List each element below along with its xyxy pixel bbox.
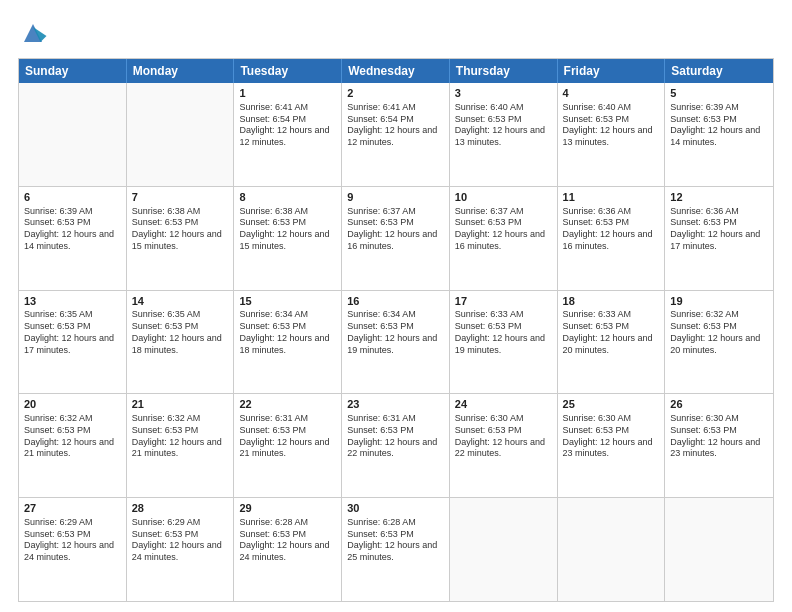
calendar-row: 13 Sunrise: 6:35 AM Sunset: 6:53 PM Dayl… (19, 290, 773, 394)
calendar-cell: 1 Sunrise: 6:41 AM Sunset: 6:54 PM Dayli… (234, 83, 342, 186)
day-number: 6 (24, 190, 121, 205)
day-number: 19 (670, 294, 768, 309)
day-number: 4 (563, 86, 660, 101)
calendar-cell: 12 Sunrise: 6:36 AM Sunset: 6:53 PM Dayl… (665, 187, 773, 290)
calendar-cell: 18 Sunrise: 6:33 AM Sunset: 6:53 PM Dayl… (558, 291, 666, 394)
calendar-cell: 2 Sunrise: 6:41 AM Sunset: 6:54 PM Dayli… (342, 83, 450, 186)
calendar-cell: 7 Sunrise: 6:38 AM Sunset: 6:53 PM Dayli… (127, 187, 235, 290)
calendar-row: 1 Sunrise: 6:41 AM Sunset: 6:54 PM Dayli… (19, 83, 773, 186)
day-number: 1 (239, 86, 336, 101)
day-number: 5 (670, 86, 768, 101)
calendar-cell (450, 498, 558, 601)
day-number: 27 (24, 501, 121, 516)
header (18, 18, 774, 48)
calendar-cell: 26 Sunrise: 6:30 AM Sunset: 6:53 PM Dayl… (665, 394, 773, 497)
cell-info: Sunrise: 6:28 AM Sunset: 6:53 PM Dayligh… (239, 517, 336, 564)
calendar-cell: 23 Sunrise: 6:31 AM Sunset: 6:53 PM Dayl… (342, 394, 450, 497)
cell-info: Sunrise: 6:36 AM Sunset: 6:53 PM Dayligh… (563, 206, 660, 253)
calendar-cell: 14 Sunrise: 6:35 AM Sunset: 6:53 PM Dayl… (127, 291, 235, 394)
calendar-cell: 24 Sunrise: 6:30 AM Sunset: 6:53 PM Dayl… (450, 394, 558, 497)
calendar-header: SundayMondayTuesdayWednesdayThursdayFrid… (19, 59, 773, 83)
calendar-cell: 21 Sunrise: 6:32 AM Sunset: 6:53 PM Dayl… (127, 394, 235, 497)
day-number: 28 (132, 501, 229, 516)
calendar-cell (19, 83, 127, 186)
weekday-header: Wednesday (342, 59, 450, 83)
weekday-header: Tuesday (234, 59, 342, 83)
calendar-cell: 30 Sunrise: 6:28 AM Sunset: 6:53 PM Dayl… (342, 498, 450, 601)
cell-info: Sunrise: 6:33 AM Sunset: 6:53 PM Dayligh… (455, 309, 552, 356)
cell-info: Sunrise: 6:34 AM Sunset: 6:53 PM Dayligh… (347, 309, 444, 356)
day-number: 29 (239, 501, 336, 516)
cell-info: Sunrise: 6:31 AM Sunset: 6:53 PM Dayligh… (239, 413, 336, 460)
weekday-header: Monday (127, 59, 235, 83)
calendar-cell: 16 Sunrise: 6:34 AM Sunset: 6:53 PM Dayl… (342, 291, 450, 394)
calendar-cell: 8 Sunrise: 6:38 AM Sunset: 6:53 PM Dayli… (234, 187, 342, 290)
cell-info: Sunrise: 6:39 AM Sunset: 6:53 PM Dayligh… (24, 206, 121, 253)
calendar-cell: 19 Sunrise: 6:32 AM Sunset: 6:53 PM Dayl… (665, 291, 773, 394)
day-number: 13 (24, 294, 121, 309)
logo-icon (18, 18, 48, 48)
day-number: 30 (347, 501, 444, 516)
weekday-header: Friday (558, 59, 666, 83)
day-number: 3 (455, 86, 552, 101)
calendar-cell: 5 Sunrise: 6:39 AM Sunset: 6:53 PM Dayli… (665, 83, 773, 186)
cell-info: Sunrise: 6:28 AM Sunset: 6:53 PM Dayligh… (347, 517, 444, 564)
cell-info: Sunrise: 6:30 AM Sunset: 6:53 PM Dayligh… (455, 413, 552, 460)
cell-info: Sunrise: 6:35 AM Sunset: 6:53 PM Dayligh… (132, 309, 229, 356)
cell-info: Sunrise: 6:29 AM Sunset: 6:53 PM Dayligh… (132, 517, 229, 564)
calendar-cell: 13 Sunrise: 6:35 AM Sunset: 6:53 PM Dayl… (19, 291, 127, 394)
cell-info: Sunrise: 6:36 AM Sunset: 6:53 PM Dayligh… (670, 206, 768, 253)
cell-info: Sunrise: 6:31 AM Sunset: 6:53 PM Dayligh… (347, 413, 444, 460)
day-number: 21 (132, 397, 229, 412)
cell-info: Sunrise: 6:37 AM Sunset: 6:53 PM Dayligh… (455, 206, 552, 253)
day-number: 25 (563, 397, 660, 412)
calendar-cell: 6 Sunrise: 6:39 AM Sunset: 6:53 PM Dayli… (19, 187, 127, 290)
calendar-cell: 29 Sunrise: 6:28 AM Sunset: 6:53 PM Dayl… (234, 498, 342, 601)
weekday-header: Saturday (665, 59, 773, 83)
cell-info: Sunrise: 6:35 AM Sunset: 6:53 PM Dayligh… (24, 309, 121, 356)
day-number: 17 (455, 294, 552, 309)
calendar-cell: 20 Sunrise: 6:32 AM Sunset: 6:53 PM Dayl… (19, 394, 127, 497)
calendar-cell: 22 Sunrise: 6:31 AM Sunset: 6:53 PM Dayl… (234, 394, 342, 497)
calendar-cell: 28 Sunrise: 6:29 AM Sunset: 6:53 PM Dayl… (127, 498, 235, 601)
calendar-cell: 10 Sunrise: 6:37 AM Sunset: 6:53 PM Dayl… (450, 187, 558, 290)
cell-info: Sunrise: 6:34 AM Sunset: 6:53 PM Dayligh… (239, 309, 336, 356)
day-number: 23 (347, 397, 444, 412)
logo (18, 18, 52, 48)
day-number: 12 (670, 190, 768, 205)
day-number: 26 (670, 397, 768, 412)
day-number: 10 (455, 190, 552, 205)
day-number: 16 (347, 294, 444, 309)
cell-info: Sunrise: 6:40 AM Sunset: 6:53 PM Dayligh… (455, 102, 552, 149)
calendar-cell: 9 Sunrise: 6:37 AM Sunset: 6:53 PM Dayli… (342, 187, 450, 290)
calendar-cell: 11 Sunrise: 6:36 AM Sunset: 6:53 PM Dayl… (558, 187, 666, 290)
cell-info: Sunrise: 6:41 AM Sunset: 6:54 PM Dayligh… (239, 102, 336, 149)
calendar-cell (665, 498, 773, 601)
weekday-header: Thursday (450, 59, 558, 83)
calendar-cell (558, 498, 666, 601)
calendar-cell: 15 Sunrise: 6:34 AM Sunset: 6:53 PM Dayl… (234, 291, 342, 394)
cell-info: Sunrise: 6:30 AM Sunset: 6:53 PM Dayligh… (670, 413, 768, 460)
day-number: 2 (347, 86, 444, 101)
cell-info: Sunrise: 6:29 AM Sunset: 6:53 PM Dayligh… (24, 517, 121, 564)
calendar-cell: 17 Sunrise: 6:33 AM Sunset: 6:53 PM Dayl… (450, 291, 558, 394)
cell-info: Sunrise: 6:30 AM Sunset: 6:53 PM Dayligh… (563, 413, 660, 460)
day-number: 20 (24, 397, 121, 412)
cell-info: Sunrise: 6:32 AM Sunset: 6:53 PM Dayligh… (132, 413, 229, 460)
day-number: 18 (563, 294, 660, 309)
cell-info: Sunrise: 6:39 AM Sunset: 6:53 PM Dayligh… (670, 102, 768, 149)
cell-info: Sunrise: 6:41 AM Sunset: 6:54 PM Dayligh… (347, 102, 444, 149)
calendar-row: 27 Sunrise: 6:29 AM Sunset: 6:53 PM Dayl… (19, 497, 773, 601)
cell-info: Sunrise: 6:32 AM Sunset: 6:53 PM Dayligh… (24, 413, 121, 460)
day-number: 24 (455, 397, 552, 412)
calendar-cell: 27 Sunrise: 6:29 AM Sunset: 6:53 PM Dayl… (19, 498, 127, 601)
cell-info: Sunrise: 6:37 AM Sunset: 6:53 PM Dayligh… (347, 206, 444, 253)
day-number: 15 (239, 294, 336, 309)
day-number: 9 (347, 190, 444, 205)
weekday-header: Sunday (19, 59, 127, 83)
calendar-row: 6 Sunrise: 6:39 AM Sunset: 6:53 PM Dayli… (19, 186, 773, 290)
calendar-cell: 25 Sunrise: 6:30 AM Sunset: 6:53 PM Dayl… (558, 394, 666, 497)
day-number: 14 (132, 294, 229, 309)
cell-info: Sunrise: 6:32 AM Sunset: 6:53 PM Dayligh… (670, 309, 768, 356)
day-number: 11 (563, 190, 660, 205)
